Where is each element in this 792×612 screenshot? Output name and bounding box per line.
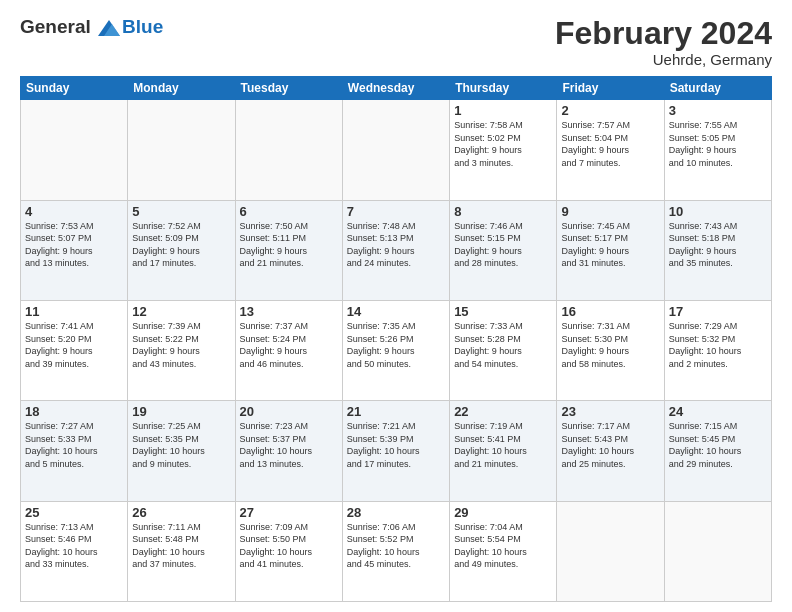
day-number: 22 <box>454 404 552 419</box>
calendar-cell: 26Sunrise: 7:11 AM Sunset: 5:48 PM Dayli… <box>128 501 235 601</box>
logo-blue: Blue <box>122 16 163 38</box>
day-number: 21 <box>347 404 445 419</box>
day-info: Sunrise: 7:48 AM Sunset: 5:13 PM Dayligh… <box>347 220 445 270</box>
header-tuesday: Tuesday <box>235 77 342 100</box>
day-number: 7 <box>347 204 445 219</box>
day-info: Sunrise: 7:29 AM Sunset: 5:32 PM Dayligh… <box>669 320 767 370</box>
calendar-week-row: 18Sunrise: 7:27 AM Sunset: 5:33 PM Dayli… <box>21 401 772 501</box>
day-info: Sunrise: 7:53 AM Sunset: 5:07 PM Dayligh… <box>25 220 123 270</box>
calendar-cell: 21Sunrise: 7:21 AM Sunset: 5:39 PM Dayli… <box>342 401 449 501</box>
day-number: 15 <box>454 304 552 319</box>
day-info: Sunrise: 7:57 AM Sunset: 5:04 PM Dayligh… <box>561 119 659 169</box>
calendar-cell: 24Sunrise: 7:15 AM Sunset: 5:45 PM Dayli… <box>664 401 771 501</box>
day-number: 28 <box>347 505 445 520</box>
calendar-cell: 22Sunrise: 7:19 AM Sunset: 5:41 PM Dayli… <box>450 401 557 501</box>
calendar-cell <box>128 100 235 200</box>
calendar-cell: 12Sunrise: 7:39 AM Sunset: 5:22 PM Dayli… <box>128 300 235 400</box>
calendar-cell: 4Sunrise: 7:53 AM Sunset: 5:07 PM Daylig… <box>21 200 128 300</box>
calendar-table: Sunday Monday Tuesday Wednesday Thursday… <box>20 76 772 602</box>
calendar-cell: 15Sunrise: 7:33 AM Sunset: 5:28 PM Dayli… <box>450 300 557 400</box>
calendar-subtitle: Uehrde, Germany <box>555 51 772 68</box>
day-number: 19 <box>132 404 230 419</box>
calendar-cell <box>557 501 664 601</box>
calendar-cell <box>342 100 449 200</box>
day-info: Sunrise: 7:31 AM Sunset: 5:30 PM Dayligh… <box>561 320 659 370</box>
day-number: 26 <box>132 505 230 520</box>
calendar-cell: 1Sunrise: 7:58 AM Sunset: 5:02 PM Daylig… <box>450 100 557 200</box>
day-info: Sunrise: 7:13 AM Sunset: 5:46 PM Dayligh… <box>25 521 123 571</box>
day-info: Sunrise: 7:45 AM Sunset: 5:17 PM Dayligh… <box>561 220 659 270</box>
calendar-cell: 7Sunrise: 7:48 AM Sunset: 5:13 PM Daylig… <box>342 200 449 300</box>
logo-icon <box>98 20 120 36</box>
logo: General Blue <box>20 16 163 38</box>
day-info: Sunrise: 7:43 AM Sunset: 5:18 PM Dayligh… <box>669 220 767 270</box>
header-friday: Friday <box>557 77 664 100</box>
day-number: 13 <box>240 304 338 319</box>
day-info: Sunrise: 7:06 AM Sunset: 5:52 PM Dayligh… <box>347 521 445 571</box>
day-info: Sunrise: 7:23 AM Sunset: 5:37 PM Dayligh… <box>240 420 338 470</box>
calendar-cell: 25Sunrise: 7:13 AM Sunset: 5:46 PM Dayli… <box>21 501 128 601</box>
day-number: 29 <box>454 505 552 520</box>
day-info: Sunrise: 7:55 AM Sunset: 5:05 PM Dayligh… <box>669 119 767 169</box>
calendar-cell: 20Sunrise: 7:23 AM Sunset: 5:37 PM Dayli… <box>235 401 342 501</box>
calendar-cell: 14Sunrise: 7:35 AM Sunset: 5:26 PM Dayli… <box>342 300 449 400</box>
day-number: 4 <box>25 204 123 219</box>
calendar-cell: 9Sunrise: 7:45 AM Sunset: 5:17 PM Daylig… <box>557 200 664 300</box>
day-number: 16 <box>561 304 659 319</box>
day-info: Sunrise: 7:50 AM Sunset: 5:11 PM Dayligh… <box>240 220 338 270</box>
logo-general: General <box>20 16 91 37</box>
day-info: Sunrise: 7:17 AM Sunset: 5:43 PM Dayligh… <box>561 420 659 470</box>
weekday-header-row: Sunday Monday Tuesday Wednesday Thursday… <box>21 77 772 100</box>
day-number: 5 <box>132 204 230 219</box>
calendar-cell: 10Sunrise: 7:43 AM Sunset: 5:18 PM Dayli… <box>664 200 771 300</box>
day-info: Sunrise: 7:41 AM Sunset: 5:20 PM Dayligh… <box>25 320 123 370</box>
page: General Blue February 2024 Uehrde, Germa… <box>0 0 792 612</box>
day-info: Sunrise: 7:19 AM Sunset: 5:41 PM Dayligh… <box>454 420 552 470</box>
calendar-cell: 27Sunrise: 7:09 AM Sunset: 5:50 PM Dayli… <box>235 501 342 601</box>
day-number: 18 <box>25 404 123 419</box>
day-number: 20 <box>240 404 338 419</box>
header-thursday: Thursday <box>450 77 557 100</box>
day-info: Sunrise: 7:09 AM Sunset: 5:50 PM Dayligh… <box>240 521 338 571</box>
day-number: 24 <box>669 404 767 419</box>
calendar-cell: 11Sunrise: 7:41 AM Sunset: 5:20 PM Dayli… <box>21 300 128 400</box>
calendar-cell: 19Sunrise: 7:25 AM Sunset: 5:35 PM Dayli… <box>128 401 235 501</box>
day-number: 1 <box>454 103 552 118</box>
day-info: Sunrise: 7:11 AM Sunset: 5:48 PM Dayligh… <box>132 521 230 571</box>
day-number: 9 <box>561 204 659 219</box>
calendar-week-row: 11Sunrise: 7:41 AM Sunset: 5:20 PM Dayli… <box>21 300 772 400</box>
day-info: Sunrise: 7:58 AM Sunset: 5:02 PM Dayligh… <box>454 119 552 169</box>
calendar-week-row: 4Sunrise: 7:53 AM Sunset: 5:07 PM Daylig… <box>21 200 772 300</box>
header-wednesday: Wednesday <box>342 77 449 100</box>
day-number: 14 <box>347 304 445 319</box>
calendar-week-row: 1Sunrise: 7:58 AM Sunset: 5:02 PM Daylig… <box>21 100 772 200</box>
day-number: 10 <box>669 204 767 219</box>
day-info: Sunrise: 7:52 AM Sunset: 5:09 PM Dayligh… <box>132 220 230 270</box>
day-info: Sunrise: 7:27 AM Sunset: 5:33 PM Dayligh… <box>25 420 123 470</box>
calendar-title: February 2024 <box>555 16 772 51</box>
day-number: 27 <box>240 505 338 520</box>
day-info: Sunrise: 7:33 AM Sunset: 5:28 PM Dayligh… <box>454 320 552 370</box>
header-saturday: Saturday <box>664 77 771 100</box>
calendar-cell: 8Sunrise: 7:46 AM Sunset: 5:15 PM Daylig… <box>450 200 557 300</box>
day-number: 23 <box>561 404 659 419</box>
header-monday: Monday <box>128 77 235 100</box>
calendar-cell: 29Sunrise: 7:04 AM Sunset: 5:54 PM Dayli… <box>450 501 557 601</box>
calendar-cell <box>21 100 128 200</box>
calendar-cell: 17Sunrise: 7:29 AM Sunset: 5:32 PM Dayli… <box>664 300 771 400</box>
title-block: February 2024 Uehrde, Germany <box>555 16 772 68</box>
day-info: Sunrise: 7:04 AM Sunset: 5:54 PM Dayligh… <box>454 521 552 571</box>
calendar-cell: 18Sunrise: 7:27 AM Sunset: 5:33 PM Dayli… <box>21 401 128 501</box>
day-info: Sunrise: 7:25 AM Sunset: 5:35 PM Dayligh… <box>132 420 230 470</box>
day-info: Sunrise: 7:21 AM Sunset: 5:39 PM Dayligh… <box>347 420 445 470</box>
calendar-week-row: 25Sunrise: 7:13 AM Sunset: 5:46 PM Dayli… <box>21 501 772 601</box>
day-number: 6 <box>240 204 338 219</box>
header: General Blue February 2024 Uehrde, Germa… <box>20 16 772 68</box>
calendar-cell: 23Sunrise: 7:17 AM Sunset: 5:43 PM Dayli… <box>557 401 664 501</box>
calendar-cell: 28Sunrise: 7:06 AM Sunset: 5:52 PM Dayli… <box>342 501 449 601</box>
day-info: Sunrise: 7:15 AM Sunset: 5:45 PM Dayligh… <box>669 420 767 470</box>
day-number: 11 <box>25 304 123 319</box>
day-number: 8 <box>454 204 552 219</box>
day-number: 25 <box>25 505 123 520</box>
calendar-cell <box>235 100 342 200</box>
